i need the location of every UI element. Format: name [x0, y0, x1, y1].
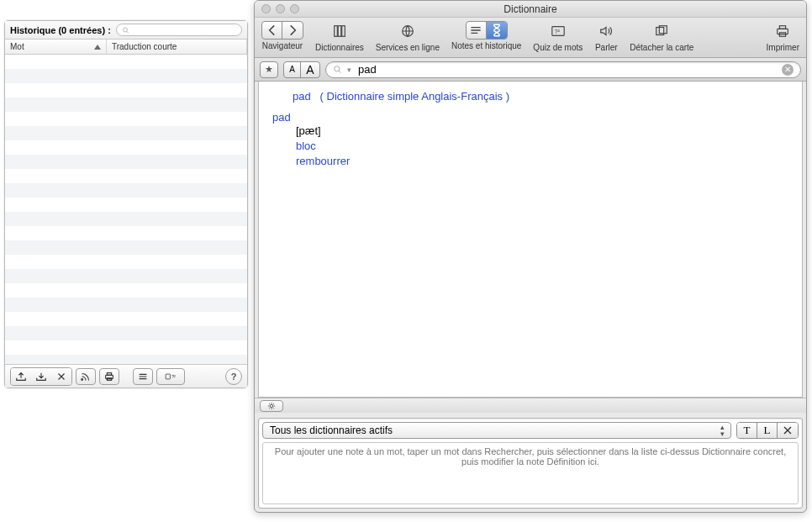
svg-line-19 — [339, 71, 340, 72]
notes-t-button[interactable]: T — [737, 423, 757, 438]
font-increase-button[interactable]: A — [301, 62, 319, 77]
definition-pane[interactable]: pad ( Dictionnaire simple Anglais-França… — [258, 82, 803, 398]
entry-body: pad [pæt] bloc rembourrer — [272, 111, 788, 170]
help-button[interactable]: ? — [225, 368, 242, 385]
history-search[interactable] — [116, 24, 242, 36]
notes-panel: Tous les dictionnaires actifs ▴▾ T L Pou… — [258, 418, 803, 509]
close-window-button[interactable] — [261, 4, 271, 13]
nav-back-button[interactable] — [262, 22, 282, 39]
entry-word[interactable]: pad — [272, 111, 291, 124]
main-search[interactable]: ▾ ✕ — [325, 61, 801, 78]
font-decrease-button[interactable]: A — [284, 62, 301, 77]
globe-icon — [400, 24, 415, 39]
gear-menu-button[interactable] — [260, 400, 283, 412]
notes-button[interactable] — [467, 22, 487, 39]
history-button[interactable] — [487, 22, 507, 39]
svg-rect-9 — [342, 26, 345, 37]
notes-history-segment — [466, 21, 508, 40]
toolbar: Navigateur Dictionnaires Services en lig… — [255, 18, 806, 58]
history-export-cluster — [10, 367, 72, 386]
list-view-button[interactable] — [133, 368, 153, 385]
titlebar[interactable]: Dictionnaire — [255, 1, 806, 18]
entry-ipa: [pæt] — [296, 124, 788, 139]
dictionary-window: Dictionnaire Navigateur Dictionnaires — [254, 0, 807, 513]
list-row — [5, 126, 247, 140]
delete-button[interactable] — [51, 368, 71, 385]
print-button[interactable] — [771, 21, 794, 41]
window-controls[interactable] — [261, 4, 299, 13]
toolbar-label-navigator: Navigateur — [262, 41, 303, 50]
toolbar-label-print: Imprimer — [767, 43, 799, 52]
quiz-button[interactable]: ?² — [546, 21, 570, 41]
rss-button[interactable] — [76, 368, 96, 385]
window-title: Dictionnaire — [255, 3, 806, 15]
chevron-left-icon — [265, 23, 280, 38]
toolbar-label-notes-history: Notes et historique — [451, 41, 521, 50]
svg-rect-16 — [780, 26, 786, 29]
star-favorite-button[interactable]: ★ — [260, 61, 278, 78]
books-icon — [332, 24, 347, 39]
toolbar-label-online: Services en ligne — [376, 43, 440, 52]
column-word[interactable]: Mot — [5, 40, 107, 54]
speaker-icon — [598, 24, 614, 39]
dictionaries-button[interactable] — [328, 21, 351, 41]
select-stepper-icon: ▴▾ — [720, 424, 724, 437]
svg-line-1 — [127, 31, 129, 33]
toolbar-label-detach: Détacher la carte — [630, 43, 693, 52]
search-input[interactable] — [356, 62, 777, 76]
export-button[interactable] — [11, 368, 31, 385]
history-columns-header[interactable]: Mot Traduction courte — [5, 40, 247, 55]
sort-ascending-icon — [94, 45, 101, 50]
toolbar-label-dictionaries: Dictionnaires — [315, 43, 364, 52]
entry-sense[interactable]: rembourrer — [296, 155, 350, 167]
toolbar-label-speak: Parler — [595, 43, 618, 52]
notes-dictionary-select[interactable]: Tous les dictionnaires actifs ▴▾ — [262, 422, 731, 439]
notes-l-button[interactable]: L — [757, 423, 778, 438]
clear-search-button[interactable]: ✕ — [782, 64, 794, 76]
content-footer — [255, 398, 806, 413]
rss-icon — [80, 371, 92, 382]
search-icon — [122, 26, 129, 34]
entry-sense[interactable]: bloc — [296, 140, 316, 152]
column-translation[interactable]: Traduction courte — [107, 40, 247, 54]
flashcard-button[interactable]: ?² — [156, 368, 185, 385]
history-header: Historique (0 entrées) : — [5, 21, 247, 40]
headword-link[interactable]: pad — [293, 90, 311, 103]
list-row — [5, 226, 247, 240]
font-size-segment: A A — [283, 61, 320, 78]
print-history-button[interactable] — [99, 368, 119, 385]
notes-icon — [468, 23, 483, 38]
minimize-window-button[interactable] — [276, 4, 285, 13]
online-services-button[interactable] — [396, 21, 419, 41]
gear-icon — [267, 402, 276, 410]
list-row — [5, 198, 247, 212]
question-icon: ? — [231, 372, 237, 382]
search-bar: ★ A A ▾ ✕ — [255, 58, 806, 82]
printer-icon — [103, 371, 115, 382]
detach-button[interactable] — [650, 21, 673, 41]
entry-header: pad ( Dictionnaire simple Anglais-França… — [293, 90, 788, 103]
x-icon: ✕ — [784, 65, 791, 74]
svg-rect-8 — [338, 26, 341, 37]
import-button[interactable] — [31, 368, 51, 385]
list-row — [5, 55, 247, 69]
list-row — [5, 326, 247, 340]
source-link[interactable]: ( Dictionnaire simple Anglais-Français ) — [320, 90, 509, 103]
svg-rect-5 — [166, 374, 170, 379]
notes-textarea[interactable]: Pour ajouter une note à un mot, taper un… — [262, 442, 799, 504]
zoom-window-button[interactable] — [290, 4, 299, 13]
speak-button[interactable] — [594, 21, 618, 41]
svg-point-18 — [335, 66, 340, 71]
list-row — [5, 255, 247, 269]
dropdown-caret-icon[interactable]: ▾ — [347, 66, 351, 74]
history-search-input[interactable] — [133, 24, 236, 35]
toolbar-label-quiz: Quiz de mots — [533, 43, 583, 52]
nav-forward-button[interactable] — [282, 22, 303, 39]
list-row — [5, 69, 247, 83]
notes-close-button[interactable] — [778, 423, 798, 438]
history-panel: Historique (0 entrées) : Mot Traduction … — [4, 20, 248, 388]
hourglass-icon — [489, 23, 504, 38]
list-row — [5, 98, 247, 112]
list-row — [5, 312, 247, 326]
tray-down-icon — [35, 371, 47, 382]
